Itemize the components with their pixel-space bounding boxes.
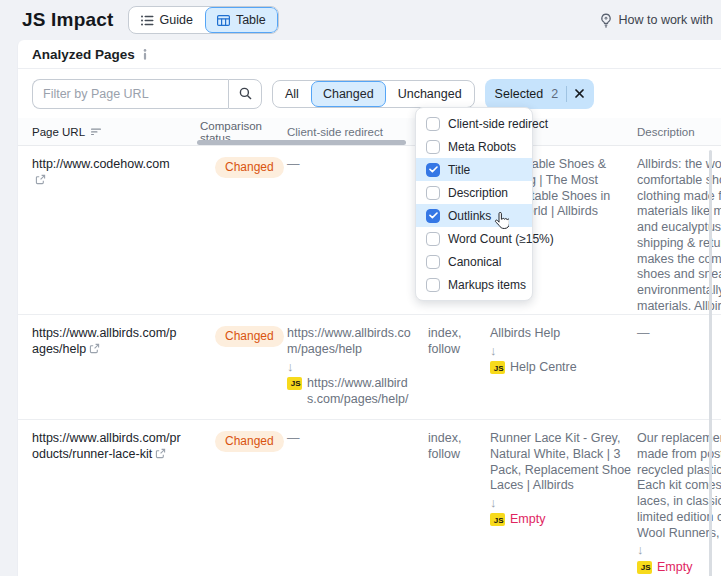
top-bar: JS Impact Guide Table How to work with: [0, 0, 721, 40]
search-button[interactable]: [228, 79, 262, 109]
checkbox-unchecked[interactable]: [426, 255, 440, 269]
redirect-after: https://www.allbirds.com/pages/help/: [307, 376, 412, 408]
analyzed-pages-panel: Analyzed Pages All Changed Unchanged: [18, 40, 721, 576]
description-after-empty: Empty: [657, 560, 692, 576]
client-side-redirect-header-label: Client-side redirect: [287, 126, 383, 138]
change-arrow-icon: ↓: [287, 359, 412, 375]
clear-selection-icon[interactable]: [575, 89, 584, 98]
status-tab-changed[interactable]: Changed: [311, 81, 386, 107]
external-link-icon[interactable]: [89, 343, 100, 354]
table-row: http://www.codehow.com Changed — Sustain…: [18, 146, 721, 315]
table-tab[interactable]: Table: [205, 7, 278, 33]
dropdown-item-meta-robots[interactable]: Meta Robots: [416, 135, 532, 158]
dropdown-item-label: Title: [448, 163, 470, 177]
dropdown-item-canonical[interactable]: Canonical: [416, 250, 532, 273]
status-badge: Changed: [215, 326, 284, 347]
table-header: Page URL Comparison status Client-side r…: [18, 118, 721, 146]
table-icon: [217, 15, 230, 26]
how-to-work-link[interactable]: How to work with: [599, 13, 713, 28]
status-tab-all[interactable]: All: [273, 81, 311, 107]
filter-bar: All Changed Unchanged Selected 2: [18, 69, 721, 118]
checkbox-unchecked[interactable]: [426, 140, 440, 154]
change-arrow-icon: ↓: [490, 343, 632, 359]
status-tab-all-label: All: [285, 87, 299, 101]
search-icon: [239, 87, 252, 100]
page-url-link[interactable]: https://www.allbirds.com/pages/help: [32, 326, 177, 356]
table-row: https://www.allbirds.com/pages/help Chan…: [18, 315, 721, 420]
dropdown-item-label: Description: [448, 186, 508, 200]
description-empty-dash: —: [637, 326, 650, 340]
url-filter-group: [32, 79, 262, 109]
redirect-empty-dash: —: [287, 431, 300, 445]
title-cell: Allbirds Help ↓ JS Help Centre: [490, 315, 637, 419]
page-title: JS Impact: [22, 9, 114, 31]
panel-title: Analyzed Pages: [32, 47, 135, 62]
page-url-link[interactable]: http://www.codehow.com: [32, 157, 170, 171]
checkbox-unchecked[interactable]: [426, 278, 440, 292]
sort-icon[interactable]: [91, 128, 101, 135]
title-before: Allbirds Help: [490, 326, 632, 342]
dropdown-item-label: Outlinks: [448, 209, 491, 223]
checkbox-unchecked[interactable]: [426, 117, 440, 131]
dropdown-item-label: Client-side redirect: [448, 117, 548, 131]
description-header-label: Description: [637, 126, 695, 138]
checkbox-checked[interactable]: [426, 163, 440, 177]
columns-dropdown-menu: Client-side redirect Meta Robots Title D…: [415, 107, 533, 301]
status-badge: Changed: [215, 157, 284, 178]
col-header-description: Description: [637, 126, 721, 138]
meta-robots-cell: index, follow: [428, 420, 490, 576]
dropdown-item-label: Canonical: [448, 255, 501, 269]
vertical-scrollbar[interactable]: [709, 150, 712, 576]
meta-robots-cell: index, follow: [428, 315, 490, 419]
list-icon: [141, 15, 154, 26]
dropdown-item-label: Word Count (≥15%): [448, 232, 554, 246]
table-tab-label: Table: [236, 13, 266, 27]
horizontal-scrollbar[interactable]: [197, 140, 406, 145]
mouse-cursor-icon: [494, 212, 509, 229]
checkbox-unchecked[interactable]: [426, 186, 440, 200]
status-tab-unchanged-label: Unchanged: [398, 87, 462, 101]
table-row: https://www.allbirds.com/products/runner…: [18, 420, 721, 576]
guide-tab[interactable]: Guide: [129, 7, 205, 33]
checkbox-unchecked[interactable]: [426, 232, 440, 246]
js-badge-icon: JS: [490, 513, 505, 526]
external-link-icon[interactable]: [155, 448, 166, 459]
external-link-icon[interactable]: [35, 174, 46, 185]
js-badge-icon: JS: [287, 377, 302, 390]
change-arrow-icon: ↓: [490, 495, 632, 511]
selected-pill-label: Selected: [495, 87, 544, 101]
url-filter-input[interactable]: [32, 79, 228, 109]
info-icon[interactable]: [142, 49, 148, 60]
dropdown-item-label: Markups items: [448, 278, 526, 292]
col-header-page-url: Page URL: [18, 126, 200, 138]
dropdown-item-outlinks[interactable]: Outlinks: [416, 204, 532, 227]
how-to-work-label: How to work with: [619, 13, 713, 27]
col-header-client-side-redirect: Client-side redirect: [287, 126, 428, 138]
status-tab-unchanged[interactable]: Unchanged: [386, 81, 474, 107]
lightbulb-icon: [599, 13, 613, 28]
title-cell: Runner Lace Kit - Grey, Natural White, B…: [490, 420, 637, 576]
pill-divider: [566, 86, 567, 102]
dropdown-item-markups-items[interactable]: Markups items: [416, 273, 532, 296]
panel-header: Analyzed Pages: [18, 40, 721, 69]
guide-tab-label: Guide: [160, 13, 193, 27]
checkbox-checked[interactable]: [426, 209, 440, 223]
dropdown-item-label: Meta Robots: [448, 140, 516, 154]
selected-pill-count: 2: [551, 87, 558, 101]
title-before: Runner Lace Kit - Grey, Natural White, B…: [490, 431, 632, 494]
dropdown-item-description[interactable]: Description: [416, 181, 532, 204]
view-toggle: Guide Table: [128, 6, 279, 34]
dropdown-item-client-side-redirect[interactable]: Client-side redirect: [416, 112, 532, 135]
status-tab-changed-label: Changed: [323, 87, 374, 101]
dropdown-item-word-count[interactable]: Word Count (≥15%): [416, 227, 532, 250]
redirect-cell: https://www.allbirds.com/pages/help ↓ JS…: [287, 315, 428, 419]
title-after-empty: Empty: [510, 512, 545, 528]
dropdown-item-title[interactable]: Title: [416, 158, 532, 181]
redirect-empty-dash: —: [287, 157, 300, 171]
title-after: Help Centre: [510, 360, 577, 376]
status-badge: Changed: [215, 431, 284, 452]
redirect-before: https://www.allbirds.com/pages/help: [287, 326, 412, 358]
columns-selected-pill[interactable]: Selected 2: [485, 79, 595, 109]
status-filter: All Changed Unchanged: [272, 80, 475, 108]
page-url-header-label: Page URL: [32, 126, 85, 138]
